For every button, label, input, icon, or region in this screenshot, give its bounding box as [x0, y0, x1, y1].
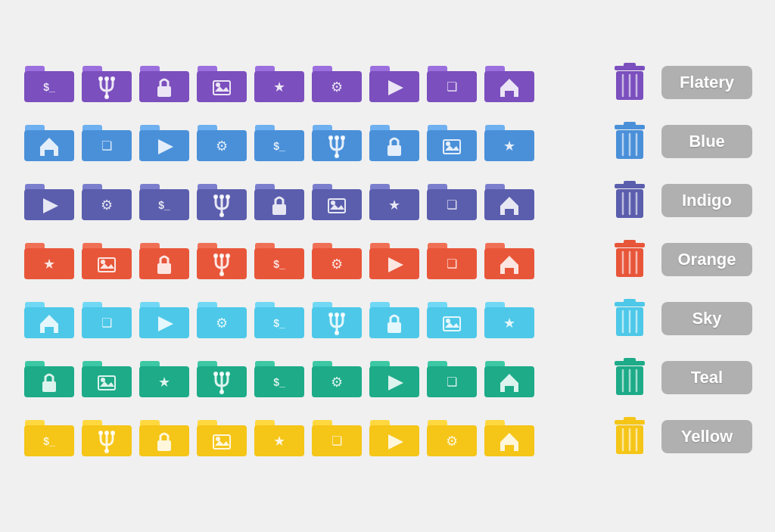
folder-icon[interactable]: [80, 414, 133, 459]
folder-icon[interactable]: ★: [23, 237, 76, 282]
folder-icon[interactable]: ★: [253, 414, 306, 459]
folder-icon[interactable]: ❏: [425, 355, 478, 400]
folder-icon[interactable]: [195, 178, 248, 223]
folder-icon[interactable]: [310, 119, 363, 164]
folder-icon[interactable]: ⚙: [310, 60, 363, 105]
folder-icon[interactable]: $_: [23, 414, 76, 459]
svg-text:❏: ❏: [447, 375, 457, 388]
folder-icon[interactable]: ★: [483, 119, 536, 164]
folder-icon[interactable]: [195, 414, 248, 459]
folder-icon[interactable]: [368, 355, 421, 400]
trash-icon[interactable]: [607, 414, 652, 459]
svg-rect-182: [42, 381, 56, 392]
svg-point-93: [331, 201, 335, 205]
folder-icon[interactable]: [253, 178, 306, 223]
folder-icon[interactable]: ⚙: [310, 355, 363, 400]
folder-icon[interactable]: [483, 414, 536, 459]
folder-icon[interactable]: [80, 60, 133, 105]
svg-point-54: [341, 135, 345, 140]
folder-icon[interactable]: [138, 414, 191, 459]
folder-icon[interactable]: $_: [253, 355, 306, 400]
svg-text:⚙: ⚙: [216, 138, 228, 153]
trash-icon[interactable]: [607, 296, 652, 341]
trash-icon[interactable]: [607, 60, 652, 105]
folder-icon[interactable]: [138, 60, 191, 105]
folder-icon[interactable]: ⚙: [80, 178, 133, 223]
folder-icon[interactable]: [80, 355, 133, 400]
svg-point-194: [226, 372, 230, 376]
svg-rect-13: [197, 71, 247, 102]
folder-icon[interactable]: [195, 355, 248, 400]
folder-icon[interactable]: [23, 178, 76, 223]
folder-icon[interactable]: ★: [253, 60, 306, 105]
folder-icon[interactable]: ★: [368, 178, 421, 223]
folder-icon[interactable]: ❏: [80, 296, 133, 341]
folder-icon[interactable]: [483, 237, 536, 282]
svg-text:★: ★: [158, 374, 170, 389]
svg-text:★: ★: [43, 256, 55, 271]
svg-point-123: [219, 272, 224, 276]
svg-rect-112: [82, 248, 132, 279]
folder-icon[interactable]: ❏: [425, 60, 478, 105]
theme-row-orange: ★$_⚙❏Orange: [23, 237, 752, 282]
svg-point-83: [219, 194, 224, 199]
folder-icon[interactable]: [310, 178, 363, 223]
svg-text:❏: ❏: [101, 316, 112, 329]
svg-point-192: [219, 372, 224, 376]
folder-icon[interactable]: [368, 296, 421, 341]
folder-icon[interactable]: ❏: [310, 414, 363, 459]
svg-point-55: [335, 154, 339, 158]
svg-point-195: [219, 390, 224, 394]
folder-icon[interactable]: [138, 119, 191, 164]
folder-icon[interactable]: $_: [138, 178, 191, 223]
trash-icon[interactable]: [607, 355, 652, 400]
svg-text:$_: $_: [273, 375, 285, 387]
folder-icon[interactable]: [195, 237, 248, 282]
svg-point-222: [98, 431, 103, 435]
theme-row-indigo: ⚙$_★❏Indigo: [23, 178, 752, 223]
svg-text:★: ★: [388, 197, 400, 212]
folder-icon[interactable]: [310, 296, 363, 341]
folder-icon[interactable]: ❏: [425, 237, 478, 282]
folder-icon[interactable]: $_: [23, 60, 76, 105]
svg-text:★: ★: [503, 315, 515, 330]
svg-point-8: [104, 95, 109, 99]
folder-icon[interactable]: ❏: [80, 119, 133, 164]
folder-icon[interactable]: [483, 60, 536, 105]
svg-text:⚙: ⚙: [101, 197, 113, 212]
folder-icon[interactable]: ⚙: [310, 237, 363, 282]
folder-icon[interactable]: ⚙: [195, 296, 248, 341]
folder-icon[interactable]: [368, 237, 421, 282]
folder-icon[interactable]: [425, 296, 478, 341]
folder-icon[interactable]: ★: [138, 355, 191, 400]
svg-text:❏: ❏: [447, 80, 457, 93]
trash-icon[interactable]: [607, 237, 652, 282]
svg-point-7: [110, 76, 115, 81]
folder-icon[interactable]: $_: [253, 119, 306, 164]
svg-point-162: [341, 313, 345, 317]
svg-text:❏: ❏: [331, 434, 342, 447]
folder-icon[interactable]: [425, 119, 478, 164]
folder-icon[interactable]: $_: [253, 237, 306, 282]
folder-icon[interactable]: ❏: [425, 178, 478, 223]
trash-icon[interactable]: [607, 178, 652, 223]
folder-icon[interactable]: [138, 237, 191, 282]
folder-icon[interactable]: [195, 60, 248, 105]
folder-icon[interactable]: [483, 178, 536, 223]
folder-icon[interactable]: [368, 60, 421, 105]
svg-point-5: [104, 76, 109, 81]
folder-icon[interactable]: [483, 355, 536, 400]
folder-icon[interactable]: [138, 296, 191, 341]
folder-icon[interactable]: [80, 237, 133, 282]
folder-icon[interactable]: ★: [483, 296, 536, 341]
svg-rect-58: [388, 145, 401, 156]
folder-icon[interactable]: [23, 355, 76, 400]
folder-icon[interactable]: ⚙: [425, 414, 478, 459]
folder-icon[interactable]: ⚙: [195, 119, 248, 164]
trash-icon[interactable]: [607, 119, 652, 164]
folder-icon[interactable]: [368, 414, 421, 459]
folder-icon[interactable]: [368, 119, 421, 164]
folder-icon[interactable]: [23, 119, 76, 164]
folder-icon[interactable]: $_: [253, 296, 306, 341]
folder-icon[interactable]: [23, 296, 76, 341]
